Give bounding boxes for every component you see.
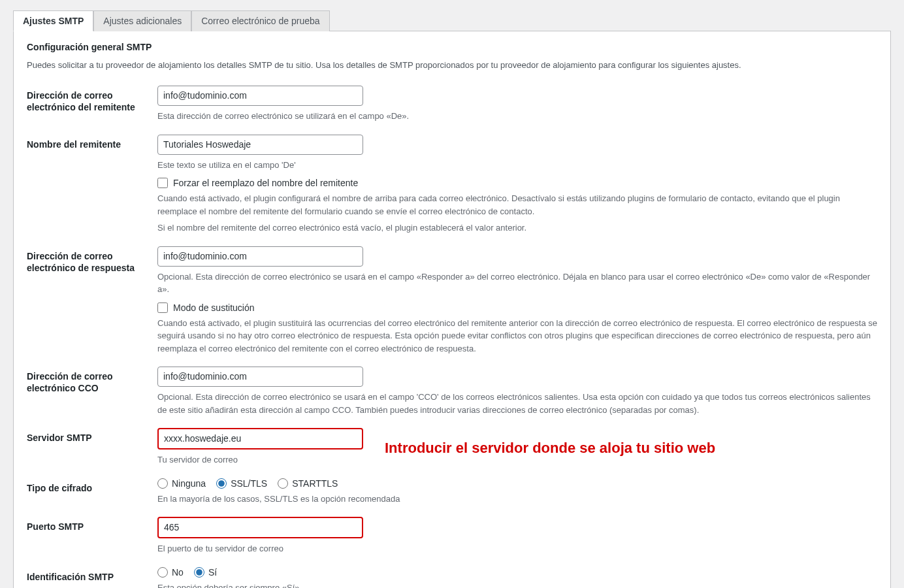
smtp-server-annotation: Introducir el servidor donde se aloja tu… xyxy=(385,440,715,457)
from-name-label: Nombre del remitente xyxy=(27,135,157,235)
encryption-ssl-radio[interactable] xyxy=(216,478,227,489)
reply-email-label: Dirección de correo electrónico de respu… xyxy=(27,246,157,355)
reply-email-help: Opcional. Esta dirección de correo elect… xyxy=(157,270,877,296)
force-name-checkbox-label: Forzar el reemplazo del nombre del remit… xyxy=(173,178,358,188)
smtp-port-help: El puerto de tu servidor de correo xyxy=(157,542,877,555)
encryption-label: Tipo de cifrado xyxy=(27,478,157,506)
substitution-mode-checkbox[interactable] xyxy=(157,302,168,313)
force-name-checkbox[interactable] xyxy=(157,178,168,188)
bcc-email-help: Opcional. Esta dirección de correo elect… xyxy=(157,391,877,416)
smtp-auth-no-radio[interactable] xyxy=(157,567,168,578)
encryption-ssl-label: SSL/TLS xyxy=(231,478,267,489)
smtp-port-label: Puerto SMTP xyxy=(27,517,157,555)
smtp-port-input[interactable] xyxy=(157,517,363,538)
smtp-server-input[interactable] xyxy=(157,428,363,449)
from-email-help: Esta dirección de correo electrónico se … xyxy=(157,110,877,123)
encryption-none-label: Ninguna xyxy=(172,478,206,489)
section-intro: Puedes solicitar a tu proveedor de aloja… xyxy=(27,60,877,70)
smtp-auth-label: Identificación SMTP xyxy=(27,567,157,589)
force-name-help1: Cuando está activado, el plugin configur… xyxy=(157,192,877,218)
from-email-label: Dirección de correo electrónico del remi… xyxy=(27,86,157,123)
bcc-email-label: Dirección de correo electrónico CCO xyxy=(27,367,157,416)
from-email-input[interactable] xyxy=(157,86,363,106)
encryption-help: En la mayoría de los casos, SSL/TLS es l… xyxy=(157,493,877,506)
smtp-auth-no-label: No xyxy=(172,567,184,578)
settings-content: Configuración general SMTP Puedes solici… xyxy=(13,31,891,588)
section-title: Configuración general SMTP xyxy=(27,42,877,52)
smtp-server-label: Servidor SMTP xyxy=(27,428,157,466)
force-name-help2: Si el nombre del remitente del correo el… xyxy=(157,221,877,235)
settings-tabs: Ajustes SMTP Ajustes adicionales Correo … xyxy=(13,0,891,31)
substitution-mode-checkbox-label: Modo de sustitución xyxy=(173,302,255,313)
encryption-starttls-radio[interactable] xyxy=(278,478,288,489)
bcc-email-input[interactable] xyxy=(157,367,363,387)
from-name-help: Este texto se utiliza en el campo 'De' xyxy=(157,159,877,172)
reply-email-input[interactable] xyxy=(157,246,363,267)
tab-smtp-settings[interactable]: Ajustes SMTP xyxy=(13,10,93,31)
tab-additional-settings[interactable]: Ajustes adicionales xyxy=(93,10,191,31)
smtp-auth-yes-label: Sí xyxy=(208,567,217,578)
smtp-auth-yes-radio[interactable] xyxy=(194,567,204,578)
encryption-none-radio[interactable] xyxy=(157,478,168,489)
from-name-input[interactable] xyxy=(157,135,363,155)
smtp-auth-help: Esta opción debería ser siempre «Sí» xyxy=(157,581,877,589)
tab-test-email[interactable]: Correo electrónico de prueba xyxy=(191,10,329,31)
encryption-starttls-label: STARTTLS xyxy=(292,478,338,489)
substitution-mode-help: Cuando está activado, el plugin sustitui… xyxy=(157,317,877,355)
